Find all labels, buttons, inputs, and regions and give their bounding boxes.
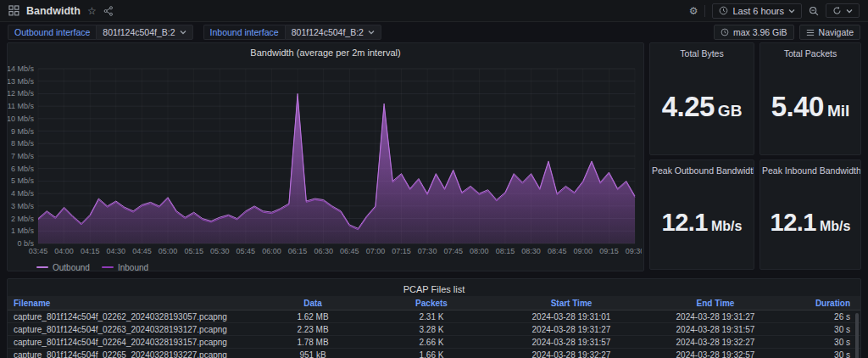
- svg-text:6 Mb/s: 6 Mb/s: [11, 165, 35, 173]
- column-header-duration[interactable]: Duration: [787, 299, 860, 308]
- variable-inbound-interface: Inbound interface 801f124c504f_B:2: [203, 25, 381, 40]
- table-scrollbar[interactable]: [855, 313, 859, 358]
- stat-number: 12.1: [662, 209, 708, 237]
- table-cell: 2024-03-28 19:31:27: [643, 312, 787, 322]
- svg-text:08:15: 08:15: [496, 247, 515, 255]
- dashboard-title[interactable]: Bandwidth: [26, 5, 81, 17]
- share-icon[interactable]: [103, 6, 114, 16]
- legend-swatch: [102, 266, 114, 269]
- inbound-interface-select[interactable]: 801f124c504f_B:2: [285, 25, 381, 40]
- column-header-packets[interactable]: Packets: [364, 299, 499, 308]
- table-cell: 2024-03-28 19:32:27: [643, 338, 787, 347]
- column-header-end-time[interactable]: End Time: [643, 299, 787, 308]
- svg-text:09:00: 09:00: [574, 247, 593, 255]
- stat-number: 4.25: [662, 91, 715, 123]
- table-cell: 2024-03-28 19:31:57: [643, 325, 787, 334]
- stat-value: 4.25 GB: [662, 91, 743, 123]
- favorite-star-icon[interactable]: ☆: [87, 6, 97, 16]
- svg-text:8 Mb/s: 8 Mb/s: [11, 139, 35, 148]
- svg-text:09:15: 09:15: [599, 247, 619, 255]
- inbound-interface-label: Inbound interface: [203, 25, 285, 40]
- variable-outbound-interface: Outbound interface 801f124c504f_B:2: [8, 25, 193, 40]
- table-row: capture_801f124c504f_02264_2024032819315…: [8, 336, 860, 349]
- time-range-picker[interactable]: Last 6 hours: [712, 3, 802, 19]
- legend-item-outbound[interactable]: Outbound: [36, 263, 90, 272]
- stat-title[interactable]: Peak Inbound Bandwidth: [760, 160, 860, 176]
- table-cell: 30 s: [787, 338, 860, 347]
- stat-value: 12.1 Mb/s: [662, 209, 743, 237]
- panel-title[interactable]: Bandwidth (average per 2m interval): [8, 43, 643, 62]
- table-cell: 2024-03-28 19:31:27: [499, 325, 643, 334]
- svg-text:07:15: 07:15: [392, 247, 411, 255]
- refresh-button[interactable]: [826, 3, 860, 18]
- table-cell: 1.62 MB: [262, 312, 364, 322]
- svg-text:06:00: 06:00: [262, 247, 281, 255]
- table-cell: 2024-03-28 19:32:57: [643, 350, 787, 358]
- panel-title[interactable]: PCAP Files list: [8, 282, 860, 296]
- table-cell: 2024-03-28 19:31:01: [499, 312, 643, 322]
- column-header-filename[interactable]: Filename: [8, 299, 262, 308]
- svg-text:09:30: 09:30: [626, 247, 642, 255]
- table-cell: 2024-03-28 19:32:27: [499, 350, 643, 358]
- svg-text:1 Mb/s: 1 Mb/s: [11, 227, 35, 235]
- legend-label: Outbound: [53, 263, 90, 272]
- svg-text:07:30: 07:30: [418, 247, 437, 255]
- stat-title[interactable]: Total Packets: [760, 43, 860, 59]
- svg-text:4 Mb/s: 4 Mb/s: [11, 189, 35, 198]
- table-cell: 26 s: [787, 312, 860, 322]
- table-cell: 30 s: [787, 350, 860, 358]
- table-row: capture_801f124c504f_02262_2024032819305…: [8, 310, 860, 323]
- table-row: capture_801f124c504f_02265_2024032819322…: [8, 349, 860, 358]
- chart-legend: Outbound Inbound: [8, 260, 643, 274]
- svg-text:7 Mb/s: 7 Mb/s: [11, 152, 35, 160]
- legend-label: Inbound: [118, 263, 148, 272]
- max-capture-button[interactable]: max 3.96 GiB: [714, 25, 794, 40]
- clock-icon: [721, 28, 729, 36]
- table-cell: capture_801f124c504f_02264_2024032819315…: [8, 338, 262, 347]
- stat-value: 5.40 Mil: [771, 91, 850, 123]
- table-cell: 1.66 K: [364, 350, 499, 358]
- svg-text:10 Mb/s: 10 Mb/s: [8, 115, 34, 123]
- toolbar-divider: [704, 5, 705, 17]
- svg-text:2 Mb/s: 2 Mb/s: [11, 215, 35, 223]
- dashboard-settings-icon[interactable]: ⚙: [689, 6, 698, 16]
- svg-text:13 Mb/s: 13 Mb/s: [8, 77, 34, 86]
- column-header-data[interactable]: Data: [262, 299, 364, 308]
- inbound-interface-value: 801f124c504f_B:2: [292, 27, 364, 37]
- outbound-interface-label: Outbound interface: [8, 25, 96, 40]
- peak-inbound-panel: Peak Inbound Bandwidth 12.1 Mb/s: [760, 159, 861, 270]
- table-cell: 3.28 K: [364, 325, 499, 334]
- svg-text:3 Mb/s: 3 Mb/s: [11, 202, 35, 210]
- navigate-button[interactable]: Navigate: [799, 25, 860, 40]
- bandwidth-chart[interactable]: 0 b/s1 Mb/s2 Mb/s3 Mb/s4 Mb/s5 Mb/s6 Mb/…: [8, 62, 642, 257]
- stat-title[interactable]: Peak Outbound Bandwidth: [650, 160, 754, 176]
- refresh-interval-dropdown-icon[interactable]: [846, 8, 853, 14]
- svg-text:03:45: 03:45: [29, 247, 48, 255]
- menu-icon: [806, 29, 815, 36]
- zoom-out-icon[interactable]: [809, 6, 819, 16]
- table-row: capture_801f124c504f_02263_2024032819312…: [8, 323, 860, 336]
- bandwidth-panel: Bandwidth (average per 2m interval) 0 b/…: [7, 42, 644, 271]
- outbound-interface-select[interactable]: 801f124c504f_B:2: [96, 25, 192, 40]
- top-nav: Bandwidth ☆ ⚙ Last 6 hours: [0, 0, 868, 22]
- pcap-files-panel: PCAP Files list FilenameDataPacketsStart…: [7, 278, 861, 358]
- svg-text:08:00: 08:00: [470, 247, 489, 255]
- stat-unit: GB: [718, 102, 743, 120]
- stat-number: 5.40: [771, 91, 824, 123]
- svg-text:14 Mb/s: 14 Mb/s: [8, 64, 34, 73]
- table-cell: capture_801f124c504f_02265_2024032819322…: [8, 350, 262, 358]
- svg-text:05:00: 05:00: [159, 247, 178, 255]
- svg-text:08:45: 08:45: [548, 247, 567, 255]
- svg-text:04:45: 04:45: [132, 247, 152, 255]
- variables-bar: Outbound interface 801f124c504f_B:2 Inbo…: [0, 22, 868, 42]
- table-header-row: FilenameDataPacketsStart TimeEnd TimeDur…: [8, 296, 860, 310]
- apps-menu-icon[interactable]: [8, 5, 19, 16]
- chevron-down-icon: [368, 30, 375, 35]
- svg-text:06:30: 06:30: [314, 247, 333, 255]
- column-header-start-time[interactable]: Start Time: [499, 299, 643, 308]
- legend-item-inbound[interactable]: Inbound: [102, 263, 148, 272]
- table-body: capture_801f124c504f_02262_2024032819305…: [8, 310, 860, 358]
- stat-value: 12.1 Mb/s: [771, 209, 851, 237]
- stat-title[interactable]: Total Bytes: [650, 43, 754, 59]
- svg-text:07:45: 07:45: [443, 247, 463, 255]
